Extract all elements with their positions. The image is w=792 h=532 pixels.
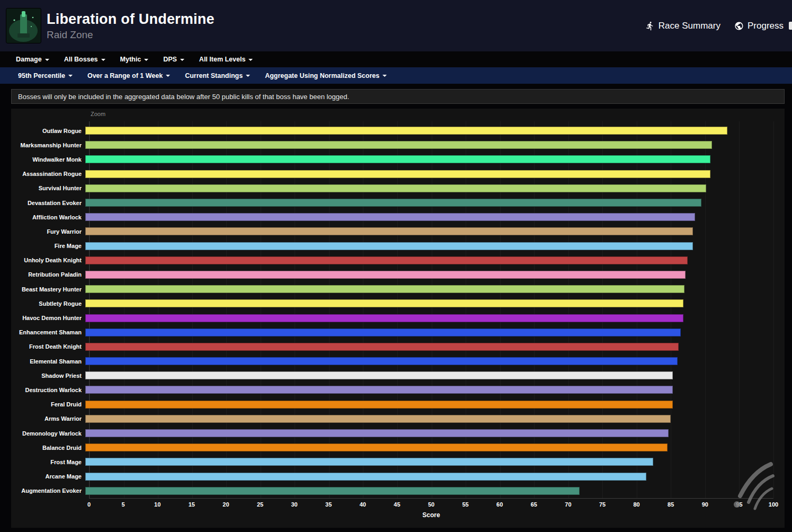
x-tick-label: 10 [154, 501, 161, 508]
caret-down-icon [144, 59, 148, 61]
bar-track [85, 141, 770, 149]
spec-label[interactable]: Marksmanship Hunter [11, 142, 85, 148]
x-tick-label: 70 [565, 501, 571, 508]
chart-row: Retribution Paladin [11, 268, 773, 282]
x-tick-label: 85 [668, 501, 674, 508]
score-bar[interactable] [85, 199, 701, 207]
bar-track [85, 329, 770, 336]
progress-label: Progress [747, 21, 784, 31]
spec-label[interactable]: Fury Warrior [11, 228, 85, 235]
score-bar[interactable] [85, 386, 673, 394]
secondary-filter-bar: 95th Percentile Over a Range of 1 Week C… [0, 67, 792, 84]
spec-label[interactable]: Frost Mage [11, 459, 85, 465]
spec-label[interactable]: Retribution Paladin [11, 271, 85, 278]
filter-range-dropdown[interactable]: Over a Range of 1 Week [80, 67, 177, 84]
spec-label[interactable]: Outlaw Rogue [11, 128, 85, 134]
score-bar[interactable] [85, 184, 706, 192]
filter-bosses-dropdown[interactable]: All Bosses [57, 51, 113, 67]
score-bar[interactable] [85, 487, 580, 495]
spec-label[interactable]: Arms Warrior [11, 415, 85, 422]
score-bar[interactable] [85, 343, 679, 351]
spec-label[interactable]: Destruction Warlock [11, 387, 85, 393]
filter-percentile-dropdown[interactable]: 95th Percentile [11, 67, 80, 84]
zone-logo-image [6, 8, 41, 43]
score-bar[interactable] [85, 127, 727, 135]
x-tick-label: 55 [462, 501, 468, 508]
score-bar[interactable] [85, 473, 646, 481]
spec-label[interactable]: Frost Death Knight [11, 343, 85, 350]
bar-track [85, 213, 770, 221]
score-bar[interactable] [85, 401, 673, 409]
filter-item-levels-dropdown[interactable]: All Item Levels [192, 51, 261, 67]
score-bar[interactable] [85, 242, 693, 250]
chart-row: Marksmanship Hunter [11, 138, 773, 152]
spec-label[interactable]: Elemental Shaman [11, 358, 85, 365]
race-summary-link[interactable]: Race Summary [645, 21, 720, 31]
score-bar[interactable] [85, 141, 712, 149]
score-bar[interactable] [85, 415, 671, 423]
bar-track [85, 444, 770, 451]
caret-down-icon [45, 59, 49, 61]
spec-label[interactable]: Windwalker Monk [11, 156, 85, 163]
spec-label[interactable]: Subtlety Rogue [11, 300, 85, 307]
bar-track [85, 429, 770, 437]
filter-label: Current Standings [185, 72, 243, 79]
filter-label: Aggregate Using Normalized Scores [265, 72, 379, 79]
score-bar[interactable] [85, 371, 673, 379]
clipped-icon[interactable] [789, 22, 792, 30]
chart-row: Feral Druid [11, 397, 773, 412]
score-bar[interactable] [85, 227, 693, 235]
score-bar[interactable] [85, 271, 686, 279]
score-bar[interactable] [85, 170, 710, 178]
spec-label[interactable]: Havoc Demon Hunter [11, 315, 85, 321]
caret-down-icon [68, 75, 73, 77]
spec-label[interactable]: Enhancement Shaman [11, 329, 85, 335]
zone-logo[interactable] [6, 8, 41, 43]
filter-label: Over a Range of 1 Week [87, 72, 163, 79]
bar-track [85, 127, 770, 135]
score-bar[interactable] [85, 329, 681, 336]
bar-track [85, 285, 770, 293]
score-bar[interactable] [85, 458, 653, 466]
chart-row: Augmentation Evoker [11, 484, 773, 498]
filter-damage-dropdown[interactable]: Damage [8, 51, 57, 67]
chart-row: Shadow Priest [11, 368, 773, 383]
filter-role-dropdown[interactable]: DPS [156, 51, 192, 67]
chart-row: Frost Mage [11, 455, 773, 469]
spec-label[interactable]: Assassination Rogue [11, 171, 85, 177]
score-bar[interactable] [85, 314, 683, 322]
spec-label[interactable]: Beast Mastery Hunter [11, 286, 85, 292]
score-bar[interactable] [85, 299, 683, 307]
filter-label: Mythic [120, 56, 141, 63]
score-bar[interactable] [85, 213, 695, 221]
score-bar[interactable] [85, 444, 668, 451]
spec-label[interactable]: Unholy Death Knight [11, 257, 85, 263]
spec-label[interactable]: Fire Mage [11, 243, 85, 249]
runner-icon [645, 21, 655, 31]
spec-label[interactable]: Augmentation Evoker [11, 487, 85, 494]
spec-label[interactable]: Shadow Priest [11, 373, 85, 379]
filter-standings-dropdown[interactable]: Current Standings [177, 67, 257, 84]
score-bar[interactable] [85, 285, 684, 293]
chart-row: Demonology Warlock [11, 426, 773, 440]
chart-row: Affliction Warlock [11, 210, 773, 224]
spec-label[interactable]: Arcane Mage [11, 473, 85, 480]
chart-row: Outlaw Rogue [11, 123, 773, 138]
bar-track [85, 458, 770, 466]
spec-label[interactable]: Demonology Warlock [11, 430, 85, 437]
spec-label[interactable]: Affliction Warlock [11, 214, 85, 220]
score-bar[interactable] [85, 357, 678, 365]
score-bar[interactable] [85, 256, 688, 264]
spec-label[interactable]: Survival Hunter [11, 185, 85, 191]
filter-aggregate-dropdown[interactable]: Aggregate Using Normalized Scores [257, 67, 394, 84]
spec-label[interactable]: Devastation Evoker [11, 200, 85, 206]
spec-label[interactable]: Balance Druid [11, 445, 85, 451]
score-bar[interactable] [85, 155, 710, 163]
progress-link[interactable]: Progress [734, 21, 784, 31]
chart-row: Arms Warrior [11, 412, 773, 426]
score-bar[interactable] [85, 429, 669, 437]
spec-label[interactable]: Feral Druid [11, 401, 85, 407]
bar-track [85, 184, 770, 192]
filter-difficulty-dropdown[interactable]: Mythic [113, 51, 156, 67]
bar-track [85, 170, 770, 178]
